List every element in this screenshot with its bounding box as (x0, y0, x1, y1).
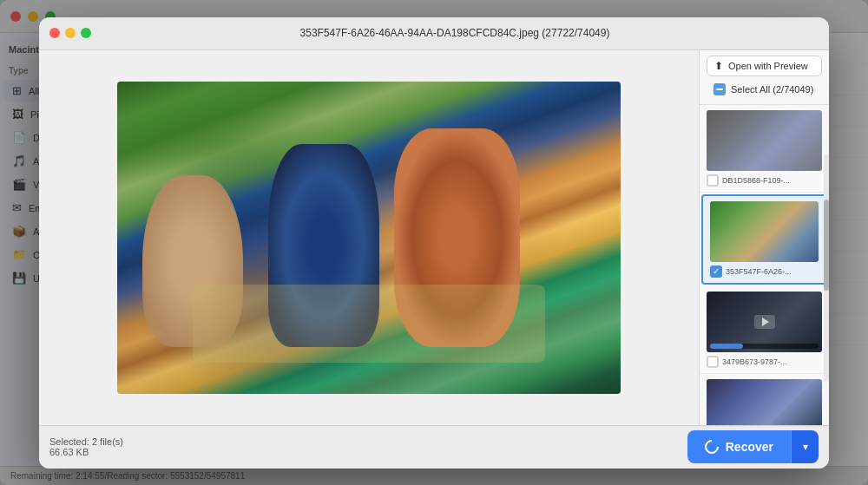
share-icon: ⬆ (714, 60, 723, 72)
file-item-3[interactable]: 3479B673-9787-... (700, 286, 829, 374)
recover-dropdown-button[interactable]: ▾ (791, 430, 819, 463)
recover-label: Recover (726, 440, 773, 454)
dialog-footer: Selected: 2 file(s) 66.63 KB Recover ▾ (39, 425, 829, 469)
file-panel-toolbar: ⬆ Open with Preview Select All (2/74049) (700, 50, 829, 105)
file-panel: ⬆ Open with Preview Select All (2/74049) (699, 50, 829, 425)
dialog-titlebar: 353F547F-6A26-46AA-94AA-DA198CFCD84C.jpe… (39, 17, 829, 50)
footer-info: Selected: 2 file(s) 66.63 KB (49, 436, 677, 457)
file-item-4[interactable]: B2AA996F-5819-... (700, 374, 829, 425)
preview-area (39, 50, 699, 425)
file-thumbnail-2 (710, 201, 819, 262)
chevron-down-icon: ▾ (803, 441, 808, 453)
file-thumbnail-3 (707, 292, 822, 352)
selected-label: Selected: 2 file(s) (49, 436, 677, 447)
indeterminate-indicator (716, 88, 723, 90)
file-name-3: 3479B673-9787-... (722, 357, 787, 366)
file-size-label: 66.63 KB (49, 447, 677, 457)
preview-dialog: 353F547F-6A26-46AA-94AA-DA198CFCD84C.jpe… (39, 17, 829, 469)
recover-button-group: Recover ▾ (687, 430, 819, 463)
file-checkbox-3[interactable] (707, 356, 719, 368)
recover-button[interactable]: Recover (687, 430, 791, 463)
file-checkbox-2[interactable]: ✓ (710, 265, 722, 278)
dialog-traffic-lights (49, 28, 91, 38)
file-item-2[interactable]: ✓ 353F547F-6A26-... (701, 194, 827, 285)
scrollbar-track[interactable] (824, 154, 829, 382)
dialog-title: 353F547F-6A26-46AA-94AA-DA198CFCD84C.jpe… (161, 27, 749, 39)
file-thumbnail-1 (707, 110, 822, 171)
file-checkbox-1[interactable] (707, 174, 719, 187)
dialog-overlay: 353F547F-6A26-46AA-94AA-DA198CFCD84C.jpe… (0, 0, 868, 485)
preview-image (117, 82, 621, 394)
file-item-1[interactable]: DB1D5868-F109-... (700, 105, 829, 193)
file-thumbnail-4 (707, 379, 822, 425)
file-name-2: 353F547F-6A26-... (726, 267, 792, 276)
select-all-checkbox[interactable] (713, 83, 726, 95)
recover-icon (701, 437, 721, 457)
dialog-minimize-button[interactable] (65, 28, 76, 38)
open-with-preview-button[interactable]: ⬆ Open with Preview (707, 56, 822, 76)
dialog-body: ⬆ Open with Preview Select All (2/74049) (39, 50, 829, 425)
scrollbar-thumb[interactable] (824, 200, 829, 291)
file-name-1: DB1D5868-F109-... (722, 176, 790, 185)
open-preview-label: Open with Preview (728, 61, 808, 71)
dialog-maximize-button[interactable] (81, 28, 91, 38)
select-all-label: Select All (2/74049) (731, 84, 813, 95)
select-all-row[interactable]: Select All (2/74049) (707, 80, 822, 99)
dialog-file-list[interactable]: DB1D5868-F109-... ✓ 353F547F-6A26-... (700, 105, 829, 425)
dialog-close-button[interactable] (49, 28, 60, 38)
